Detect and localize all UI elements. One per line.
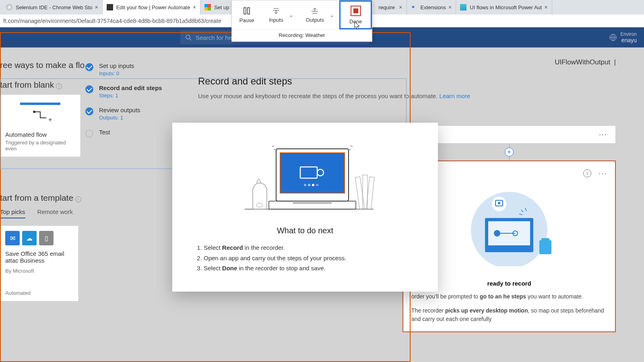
info-icon[interactable]: i [75,196,81,202]
learn-more-link[interactable]: Learn more [440,93,471,99]
automated-flow-card[interactable]: + Automated flow Triggered by a designat… [0,95,80,157]
svg-rect-17 [541,238,549,241]
onedrive-icon: ☁ [22,231,37,245]
info-icon[interactable]: i [56,83,62,89]
svg-rect-5 [20,103,60,105]
tab-label: require [379,4,397,10]
ways-heading: ree ways to make a flo [0,60,80,70]
svg-rect-16 [539,240,551,254]
tab-extensions[interactable]: ✦ Extensions × [407,0,456,14]
tab-label: UI flows in Microsoft Power Aut [470,4,542,10]
step-setup-inputs[interactable]: Set up inputsInputs: 0 [80,58,193,80]
template-card[interactable]: ✉ ☁ ▯ Save Office 365 email attac Busine… [0,226,78,301]
tab-label: Edit your flow | Power Automate [116,4,190,10]
laptop-illustration [196,137,414,215]
chevron-down-icon[interactable]: ⌄ [330,12,334,18]
tab-label: Set up [214,4,229,10]
inputs-button[interactable]: Inputs ⌄ [262,0,300,29]
tab-setup[interactable]: Set up [200,0,234,14]
svg-point-25 [312,184,314,186]
card-title: Automated flow [5,131,75,138]
inputs-icon [272,7,280,14]
panel-heading: ready to record [411,280,607,287]
info-icon[interactable]: i [583,169,591,177]
flow-icon [460,4,466,10]
step-sub: Inputs: 0 [99,70,134,76]
button-label: Done [349,19,362,25]
panel-text: The recorder picks up every desktop moti… [411,306,607,323]
tab-power-automate[interactable]: Edit your flow | Power Automate × [103,0,200,14]
template-author: By Microsoft [5,268,73,274]
svg-text:+: + [48,116,52,123]
pause-button[interactable]: Pause [232,0,262,29]
close-icon[interactable]: × [95,4,98,10]
close-icon[interactable]: × [544,4,547,10]
step-label: Record and edit steps [99,84,162,91]
flow-diagram-icon: + [5,100,75,128]
flow-name: UIFlowWithOutput | [555,58,616,66]
record-illustration [411,178,607,276]
close-icon[interactable]: × [399,4,402,10]
instruction-item: Open an app and carry out the steps of y… [204,253,414,263]
flow-icon [107,4,113,10]
left-column: ree ways to make a flo tart from blanki … [0,54,80,301]
modal-heading: What to do next [196,226,414,235]
step-review-outputs[interactable]: Review outputsOutputs: 1 [80,103,193,125]
button-label: Pause [239,17,254,23]
svg-rect-28 [293,202,332,204]
svg-point-6 [33,111,35,113]
tab-top-picks[interactable]: Top picks [0,208,25,218]
close-icon[interactable]: × [193,4,196,10]
svg-rect-34 [248,8,250,14]
step-label: Set up inputs [99,62,134,69]
panel-text: order you'll be prompted to go to an he … [411,292,607,301]
tab-remote-work[interactable]: Remote work [37,208,73,218]
more-icon[interactable]: ··· [599,130,607,139]
close-icon[interactable]: × [448,4,452,10]
svg-point-26 [316,184,318,186]
svg-point-24 [308,184,310,186]
outlook-icon: ✉ [5,231,20,245]
what-to-do-modal: What to do next Select Record in the rec… [172,123,438,292]
done-button[interactable]: Done [339,0,372,29]
instruction-list: Select Record in the recorder. Open an a… [204,243,414,274]
card-subtitle: Triggered by a designated even [5,140,75,152]
outputs-button[interactable]: Outputs ⌄ [301,0,339,29]
check-icon [85,107,93,115]
template-type: Automated [5,290,73,296]
template-tabs: Top picks Remote work [0,208,80,218]
svg-rect-20 [280,153,345,193]
add-step-button[interactable]: + [505,148,514,156]
extension-icon: ✦ [411,4,417,10]
more-icon[interactable]: ··· [599,169,607,178]
instruction-item: Select Record in the recorder. [204,243,414,253]
recorder-toolbar: Pause Inputs ⌄ Outputs ⌄ Done Recording:… [231,0,372,42]
tab-selenium[interactable]: Selenium IDE - Chrome Web Sto × [2,0,103,14]
template-heading: tart from a templatei [0,193,80,203]
outputs-icon [311,7,319,14]
stop-icon [351,6,361,16]
step-sub: Steps: 1 [99,93,162,99]
blank-heading: tart from blanki [0,80,80,90]
recorder-status: Recording: Weather [232,29,372,41]
main-content: Record and edit steps Use your mouse and… [198,76,632,99]
svg-rect-30 [355,177,364,210]
url-text: ft.com/manage/environments/Default-37574… [3,18,221,24]
page-heading: Record and edit steps [198,76,632,87]
tab-require[interactable]: require × [375,0,407,14]
tab-label: Selenium IDE - Chrome Web Sto [16,4,93,10]
circle-icon [85,130,93,138]
svg-rect-33 [244,8,246,14]
instruction-item: Select Done in the recorder to stop and … [204,263,414,274]
step-label: Review outputs [99,107,140,113]
page-description: Use your mouse and keyboard to recreate … [198,93,632,99]
svg-point-29 [256,203,263,207]
pause-icon [243,7,250,15]
tab-uiflows[interactable]: UI flows in Microsoft Power Aut × [456,0,552,14]
template-title: Save Office 365 email attac Business [5,250,73,264]
step-sub: Outputs: 1 [99,115,140,121]
chevron-down-icon[interactable]: ⌄ [289,12,293,18]
tab-label: Extensions [421,4,446,10]
button-label: Inputs [269,17,283,23]
step-record-edit[interactable]: Record and edit stepsSteps: 1 [80,80,193,103]
